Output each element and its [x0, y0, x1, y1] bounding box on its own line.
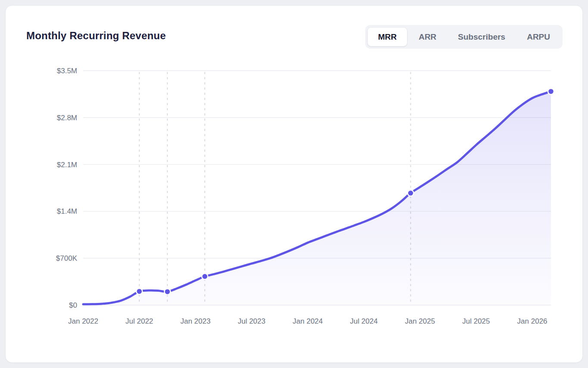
x-axis-tick-label: Jul 2024	[350, 317, 378, 325]
data-point-marker[interactable]	[202, 273, 208, 279]
revenue-area	[83, 91, 551, 305]
y-axis-tick-label: $2.1M	[57, 161, 77, 169]
data-point-marker[interactable]	[164, 289, 170, 295]
x-axis-tick-label: Jul 2022	[125, 317, 153, 325]
page-background: Monthly Recurring Revenue MRR ARR Subscr…	[0, 0, 588, 368]
x-axis-tick-label: Jul 2025	[462, 317, 490, 325]
data-point-marker[interactable]	[136, 288, 142, 294]
x-axis-tick-label: Jan 2022	[68, 317, 98, 325]
y-axis-tick-label: $2.8M	[57, 114, 77, 122]
x-axis-tick-label: Jul 2023	[238, 317, 265, 325]
data-point-marker[interactable]	[548, 88, 554, 94]
y-axis-tick-label: $1.4M	[57, 207, 77, 215]
x-axis-tick-label: Jan 2024	[293, 317, 323, 325]
y-axis-tick-label: $0	[69, 301, 77, 309]
x-axis-tick-label: Jan 2025	[405, 317, 435, 325]
revenue-card: Monthly Recurring Revenue MRR ARR Subscr…	[5, 5, 583, 363]
y-axis-tick-label: $3.5M	[57, 67, 77, 75]
y-axis-tick-label: $700K	[56, 254, 78, 262]
mrr-area-chart: $0$700K$1.4M$2.1M$2.8M$3.5MJan 2022Jul 2…	[6, 6, 583, 346]
x-axis-tick-label: Jan 2026	[517, 317, 547, 325]
data-point-marker[interactable]	[408, 190, 414, 196]
x-axis-tick-label: Jan 2023	[180, 317, 210, 325]
